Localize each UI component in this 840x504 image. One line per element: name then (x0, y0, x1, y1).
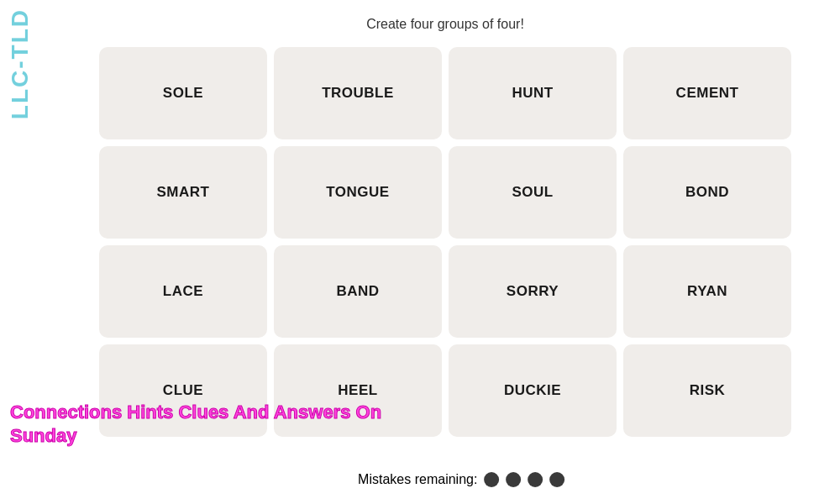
tile-trouble[interactable]: TROUBLE (274, 47, 442, 139)
tile-ryan[interactable]: RYAN (623, 245, 791, 338)
tile-soul[interactable]: SOUL (449, 146, 617, 239)
tile-lace[interactable]: LACE (99, 245, 267, 338)
tile-sorry[interactable]: SORRY (449, 245, 617, 338)
tile-tongue[interactable]: TONGUE (274, 146, 442, 239)
tile-hunt[interactable]: HUNT (449, 47, 617, 139)
mistake-dot-3 (528, 472, 543, 487)
mistake-dot-1 (484, 472, 499, 487)
tile-smart[interactable]: SMART (99, 146, 267, 239)
overlay-title: Connections Hints Clues And Answers On S… (0, 396, 420, 454)
mistake-dot-4 (549, 472, 564, 487)
tile-bond[interactable]: BOND (623, 146, 791, 239)
tile-sole[interactable]: SOLE (99, 47, 267, 139)
main-content: Create four groups of four! SOLETROUBLEH… (0, 0, 840, 450)
tile-band[interactable]: BAND (274, 245, 442, 338)
mistakes-label: Mistakes remaining: (358, 472, 477, 487)
tile-risk[interactable]: RISK (623, 344, 791, 437)
mistakes-container: Mistakes remaining: (358, 472, 564, 487)
mistake-dot-2 (506, 472, 521, 487)
word-grid: SOLETROUBLEHUNTCEMENTSMARTTONGUESOULBOND… (99, 47, 791, 437)
tile-duckie[interactable]: DUCKIE (449, 344, 617, 437)
page-subtitle: Create four groups of four! (366, 17, 524, 32)
tile-cement[interactable]: CEMENT (623, 47, 791, 139)
